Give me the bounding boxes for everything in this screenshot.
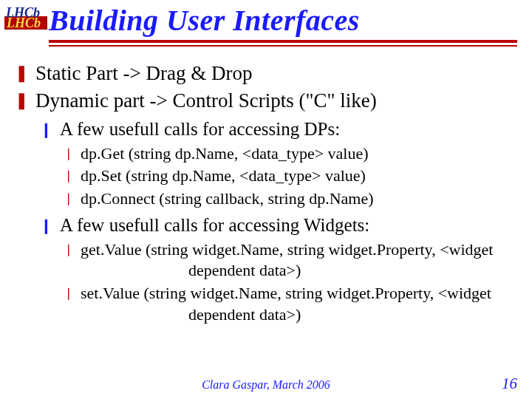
bullet-lvl2: ❙ A few usefull calls for accessing Widg… (40, 214, 519, 238)
bullet-text: dp.Connect (string callback, string dp.N… (81, 188, 374, 210)
bullet-lvl2: ❙ A few usefull calls for accessing DPs: (40, 117, 519, 142)
bullet-text: A few usefull calls for accessing DPs: (60, 117, 340, 142)
bullet-text: set.Value (string widget.Name, string wi… (81, 283, 519, 325)
bullet-lvl3: ❘ get.Value (string widget.Name, string … (64, 239, 519, 282)
bullet-text: A few usefull calls for accessing Widget… (60, 214, 369, 238)
bullet-text: dp.Get (string dp.Name, <data_type> valu… (81, 143, 369, 165)
bullet-lvl1: ❚ Dynamic part -> Control Scripts ("C" l… (15, 88, 519, 114)
bullet-icon: ❘ (64, 239, 73, 282)
slide: LHCb LHCb Building User Interfaces ❚ Sta… (0, 0, 532, 399)
bullet-icon: ❘ (64, 166, 73, 187)
logo-main-text: LHCb (5, 5, 40, 20)
bullet-lvl3: ❘ dp.Get (string dp.Name, <data_type> va… (64, 143, 519, 165)
bullet-lvl3: ❘ dp.Set (string dp.Name, <data_type> va… (64, 166, 519, 187)
bullet-icon: ❙ (40, 117, 52, 142)
lhcb-logo: LHCb LHCb (4, 4, 47, 30)
bullet-text: dp.Set (string dp.Name, <data_type> valu… (81, 166, 366, 187)
bullet-icon: ❘ (64, 283, 73, 325)
bullet-icon: ❘ (64, 143, 73, 165)
bullet-icon: ❚ (15, 61, 28, 86)
slide-title: Building User Interfaces (49, 3, 360, 38)
bullet-text: Static Part -> Drag & Drop (35, 61, 252, 86)
slide-body: ❚ Static Part -> Drag & Drop ❚ Dynamic p… (15, 59, 519, 327)
bullet-lvl3: ❘ set.Value (string widget.Name, string … (64, 283, 519, 325)
page-number: 16 (502, 375, 517, 393)
bullet-icon: ❘ (64, 188, 73, 210)
bullet-text: Dynamic part -> Control Scripts ("C" lik… (35, 88, 377, 114)
bullet-lvl1: ❚ Static Part -> Drag & Drop (15, 61, 519, 86)
footer-text: Clara Gaspar, March 2006 (0, 378, 532, 392)
bullet-text: get.Value (string widget.Name, string wi… (81, 239, 519, 282)
bullet-lvl3: ❘ dp.Connect (string callback, string dp… (64, 188, 519, 210)
title-underline (49, 40, 517, 47)
bullet-icon: ❙ (40, 214, 52, 238)
bullet-icon: ❚ (15, 88, 28, 114)
